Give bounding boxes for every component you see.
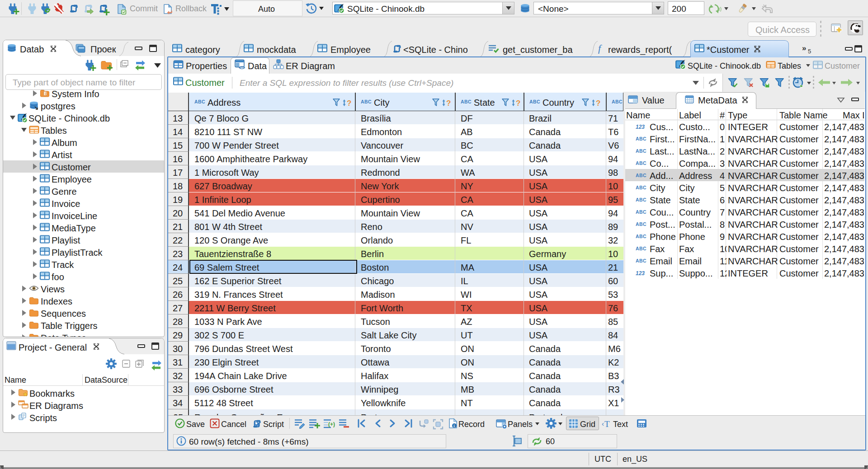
svg-text:?: ?	[446, 99, 451, 108]
svg-text:?: ?	[596, 99, 600, 108]
svg-text:i: i	[453, 424, 455, 428]
svg-text:(+): (+)	[328, 421, 335, 427]
svg-text:‹: ‹	[602, 420, 604, 427]
svg-text:?: ?	[516, 99, 520, 108]
svg-text:T: T	[604, 419, 610, 429]
svg-text:»: »	[802, 44, 806, 52]
svg-text:5: 5	[808, 48, 811, 55]
svg-text:?: ?	[347, 99, 351, 108]
svg-text:<>: <>	[239, 65, 245, 71]
